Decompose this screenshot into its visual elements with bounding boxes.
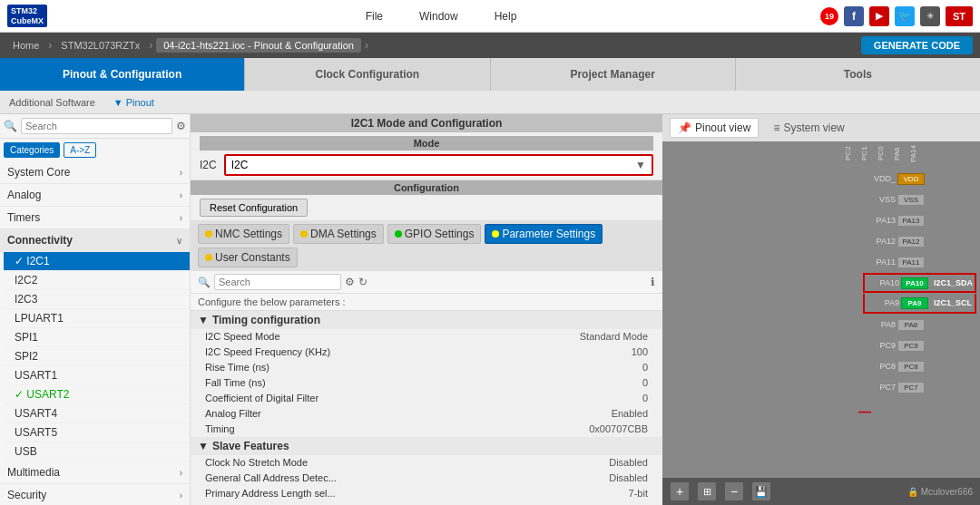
facebook-icon[interactable]: f xyxy=(844,6,864,26)
sidebar-search-input[interactable] xyxy=(21,118,172,134)
param-row-general-call: General Call Address Detec... Disabled xyxy=(191,471,662,486)
sidebar-item-i2c1[interactable]: ✓ I2C1 xyxy=(4,252,190,271)
subnav-pinout[interactable]: ▼ Pinout xyxy=(113,97,154,108)
pin-header-pc0: PC0 xyxy=(877,145,893,162)
save-view-button[interactable]: 💾 xyxy=(751,481,771,501)
i2c-mode-label: I2C xyxy=(200,159,217,171)
sidebar-item-lpuart1[interactable]: LPUART1 xyxy=(4,309,190,328)
slave-collapse-icon: ▼ xyxy=(198,440,209,452)
reset-config-button[interactable]: Reset Configuration xyxy=(200,199,308,217)
chevron-right-icon2: › xyxy=(180,190,182,200)
param-row-analog-filter: Analog Filter Enabled xyxy=(191,406,662,422)
pin-header-pc1: PC1 xyxy=(860,145,877,162)
sidebar-tab-atoz[interactable]: A->Z xyxy=(64,142,96,158)
sidebar-gear-icon[interactable]: ⚙ xyxy=(176,120,186,132)
select-chevron-icon: ▼ xyxy=(635,159,646,171)
panel-title: I2C1 Mode and Configuration xyxy=(191,114,662,132)
param-row-speed-mode: I2C Speed Mode Standard Mode xyxy=(191,329,662,345)
pin-label-vss: VSS xyxy=(863,195,896,204)
pin-box-pc7: PC7 xyxy=(897,382,925,393)
tab-user-constants[interactable]: User Constants xyxy=(198,248,298,267)
param-row-dual-addr: Dual Address Acknowledged Disabled xyxy=(191,501,662,505)
pin-box-pc9: PC9 xyxy=(897,340,925,352)
sidebar-item-i2c3[interactable]: I2C3 xyxy=(4,290,190,309)
param-row-no-stretch: Clock No Stretch Mode Disabled xyxy=(191,455,662,471)
generate-code-button[interactable]: GENERATE CODE xyxy=(861,36,973,54)
tab-tools[interactable]: Tools xyxy=(736,58,980,91)
tab-pinout[interactable]: Pinout & Configuration xyxy=(0,58,245,91)
chevron-right-icon5: › xyxy=(180,490,182,500)
config-title: Configuration xyxy=(191,180,662,195)
sidebar-item-connectivity[interactable]: Connectivity ∨ xyxy=(0,229,190,252)
sidebar-item-usart5[interactable]: USART5 xyxy=(4,423,190,442)
menu-file[interactable]: File xyxy=(366,10,383,23)
pin-box-vdd: VDD xyxy=(897,173,925,185)
menu-help[interactable]: Help xyxy=(495,10,517,23)
menu-window[interactable]: Window xyxy=(419,10,458,23)
sidebar-item-system-core[interactable]: System Core › xyxy=(0,161,190,184)
watermark-text: 🔒 Mculover666 xyxy=(907,487,973,497)
mode-section-title: Mode xyxy=(200,136,653,151)
pin-header-pc2: PC2 xyxy=(844,145,860,162)
network-icon[interactable]: ✳ xyxy=(920,6,940,26)
tab-system-view[interactable]: ≡ System view xyxy=(766,119,851,137)
param-row-addr-length: Primary Address Length sel... 7-bit xyxy=(191,486,662,501)
tab-gpio-settings[interactable]: GPIO Settings xyxy=(387,224,482,244)
pin-label-pa11: PA11 xyxy=(863,257,896,267)
slave-section-header[interactable]: ▼ Slave Features xyxy=(191,437,662,455)
subnav-software[interactable]: Additional Software xyxy=(9,97,95,108)
params-refresh-icon[interactable]: ↻ xyxy=(358,276,368,288)
sidebar-item-security[interactable]: Security › xyxy=(0,484,190,505)
dma-dot-icon xyxy=(300,230,308,238)
pin-header-pa6: PA6 xyxy=(893,145,909,162)
logo: STM32CubeMX xyxy=(7,5,47,28)
pin-label-pa12: PA12 xyxy=(863,237,896,246)
pin-label-pa8: PA8 xyxy=(863,320,896,329)
sidebar-item-spi1[interactable]: SPI1 xyxy=(4,328,190,347)
timing-section-header[interactable]: ▼ Timing configuration xyxy=(191,311,662,329)
chevron-right-icon: › xyxy=(180,168,182,178)
pin-label-pc9: PC9 xyxy=(863,341,896,350)
params-search-input[interactable] xyxy=(214,274,341,290)
sidebar-item-multimedia[interactable]: Multimedia › xyxy=(0,461,190,484)
chevron-down-icon: ∨ xyxy=(176,236,182,246)
pin-func-i2c1-scl: I2C1_SCL xyxy=(934,298,972,307)
breadcrumb-device[interactable]: STM32L073RZTx xyxy=(55,38,145,53)
pin-box-pa11: PA11 xyxy=(897,257,925,268)
pin-box-pc8: PC8 xyxy=(897,361,925,373)
pinout-area: PC2 PC1 PC0 PA6 PA14 VDD_ VDD VSS VSS PA… xyxy=(662,141,980,505)
twitter-icon[interactable]: 🐦 xyxy=(895,6,915,26)
tab-project[interactable]: Project Manager xyxy=(491,58,736,91)
center-panel: I2C1 Mode and Configuration Mode I2C I2C… xyxy=(191,114,662,505)
nmc-dot-icon xyxy=(205,230,212,238)
sidebar-item-usart2[interactable]: ✓ USART2 xyxy=(4,385,190,404)
zoom-out-button[interactable]: − xyxy=(724,481,744,501)
sidebar-item-usart4[interactable]: USART4 xyxy=(4,404,190,423)
fit-screen-button[interactable]: ⊞ xyxy=(697,481,717,501)
pin-box-vss: VSS xyxy=(897,194,925,206)
breadcrumb-home[interactable]: Home xyxy=(7,38,44,53)
sidebar-item-timers[interactable]: Timers › xyxy=(0,207,190,229)
tab-clock[interactable]: Clock Configuration xyxy=(245,58,490,91)
sidebar-item-i2c2[interactable]: I2C2 xyxy=(4,271,190,290)
pin-box-pa9: PA9 xyxy=(901,297,928,309)
tab-pinout-view[interactable]: 📌 Pinout view xyxy=(670,118,759,138)
sidebar-item-analog[interactable]: Analog › xyxy=(0,184,190,207)
params-info-icon: ℹ xyxy=(651,276,655,288)
youtube-icon[interactable]: ▶ xyxy=(869,6,889,26)
pin-box-pa10: PA10 xyxy=(901,277,928,289)
breadcrumb-file[interactable]: 04-i2c1-hts221.ioc - Pinout & Configurat… xyxy=(156,38,361,53)
breadcrumb-sep1: › xyxy=(48,39,52,52)
sidebar-item-usart1[interactable]: USART1 xyxy=(4,366,190,385)
pin-label-pa10: PA10 xyxy=(867,278,899,287)
tab-parameter-settings[interactable]: Parameter Settings xyxy=(485,224,603,244)
tab-nmc-settings[interactable]: NMC Settings xyxy=(198,224,289,244)
i2c-mode-select[interactable]: I2C ▼ xyxy=(224,154,653,176)
zoom-in-button[interactable]: + xyxy=(670,481,690,501)
tab-dma-settings[interactable]: DMA Settings xyxy=(293,224,384,244)
sidebar-tab-categories[interactable]: Categories xyxy=(4,142,60,158)
sidebar-item-spi2[interactable]: SPI2 xyxy=(4,347,190,366)
params-settings-icon[interactable]: ⚙ xyxy=(345,276,355,288)
pin-box-pa13: PA13 xyxy=(897,215,925,227)
sidebar-item-usb[interactable]: USB xyxy=(4,442,190,461)
